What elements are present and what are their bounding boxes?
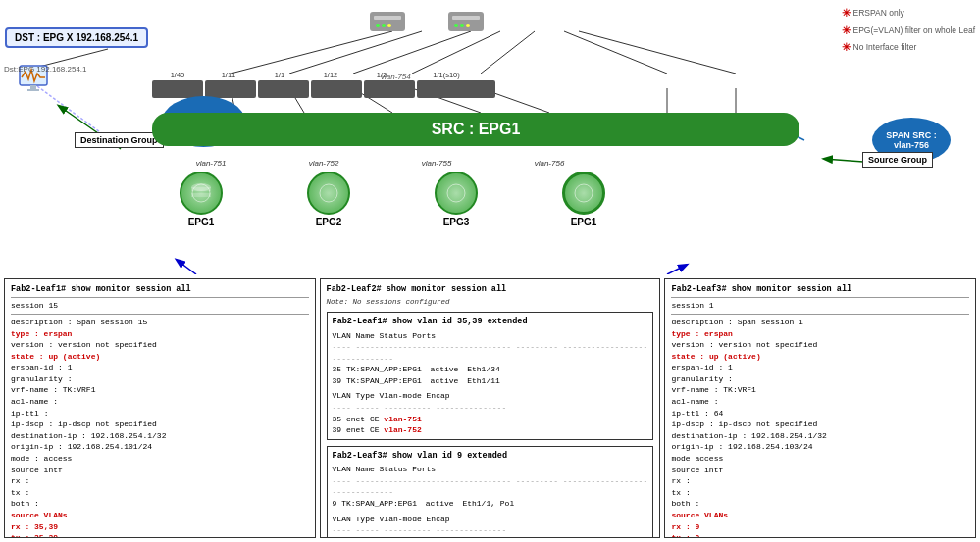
terminal-right: Fab2-Leaf3# show monitor session all ses… (664, 278, 976, 538)
sub-terminal-vlan-35-39: Fab2-Leaf1# show vlan id 35,39 extended … (327, 312, 654, 440)
legend-item-1: ✳ ERSPAN only (842, 5, 976, 23)
epg-item-1: EPG1 (167, 172, 235, 227)
epg-server-icon-1 (180, 172, 223, 215)
svg-line-3 (289, 31, 422, 74)
terminal-right-title: Fab2-Leaf3# show monitor session all (671, 283, 969, 295)
svg-line-18 (824, 159, 863, 162)
svg-rect-33 (448, 12, 484, 31)
svg-line-4 (353, 31, 471, 74)
terminal-middle-title: Fab2-Leaf2# show monitor session all (327, 283, 654, 295)
src-epg-band: SRC : EPG1 (152, 113, 799, 146)
svg-rect-34 (452, 16, 480, 20)
svg-line-6 (481, 31, 535, 74)
leaf-switch-3 (258, 80, 309, 98)
terminal-left-session: session 15 (11, 300, 309, 312)
svg-point-36 (460, 24, 464, 27)
svg-point-35 (454, 24, 458, 27)
leaf-label-3: 1/1 (254, 71, 305, 79)
epg-item-4: EPG1 (549, 172, 618, 227)
svg-point-43 (447, 184, 465, 202)
epg-label-4: EPG1 (571, 217, 597, 227)
terminal-left: Fab2-Leaf1# show monitor session all ses… (4, 278, 316, 538)
vlan-754-label: vlan-754 (381, 73, 411, 81)
svg-rect-27 (27, 89, 39, 91)
terminal-middle-note: Note: No sessions configured (327, 297, 654, 308)
terminal-right-session: session 1 (671, 300, 969, 312)
epg-label-2: EPG2 (316, 217, 342, 227)
vlan-label-4: vlan-756 (520, 159, 579, 168)
leaf-switch-5 (364, 80, 415, 98)
source-group-label: Source Group (862, 152, 933, 168)
leaf-label-1: 1/45 (152, 71, 203, 79)
epg-server-icon-4 (562, 172, 605, 215)
leaf-switch-4 (311, 80, 362, 98)
sub-title-bottom: Fab2-Leaf3# show vlan id 9 extended (333, 450, 648, 462)
svg-line-7 (564, 31, 667, 74)
destination-group-label: Destination Group (75, 132, 164, 148)
leaf-label-4: 1/12 (305, 71, 356, 79)
legend-item-2: ✳ EPG(=VLAN) filter on whole Leaf (842, 23, 976, 40)
svg-line-5 (412, 31, 500, 74)
svg-rect-40 (191, 193, 211, 197)
sub-terminal-vlan-9: Fab2-Leaf3# show vlan id 9 extended VLAN… (327, 446, 654, 538)
dest-ip-label: Dst:EPG 192.168.254.1 (4, 65, 87, 74)
epg-item-2: EPG2 (294, 172, 363, 227)
epg-label-1: EPG1 (188, 217, 215, 227)
leaf-label-6: 1/1(s10) (407, 71, 486, 79)
terminal-area: Fab2-Leaf1# show monitor session all ses… (0, 274, 980, 542)
switch-icon-1 (368, 8, 407, 35)
svg-point-42 (320, 184, 337, 202)
svg-rect-29 (374, 16, 401, 20)
vlan-label-2: vlan-752 (294, 159, 353, 168)
terminal-middle: Fab2-Leaf2# show monitor session all Not… (320, 278, 661, 538)
switch-icon-2 (446, 8, 486, 35)
leaf-switch-6 (417, 80, 495, 98)
svg-point-30 (376, 24, 380, 27)
sub-title-top: Fab2-Leaf1# show vlan id 35,39 extended (333, 316, 648, 327)
dst-epg-label: DST : EPG X 192.168.254.1 (15, 32, 138, 43)
table-header-top: VLAN Name Status Ports (333, 330, 648, 342)
leaf-labels-row: 1/45 1/11 1/1 1/12 1/2 1/1(s10) (152, 71, 486, 79)
svg-point-31 (382, 24, 386, 27)
legend-item-3: ✳ No Interface filter (842, 39, 976, 57)
svg-rect-28 (370, 12, 405, 31)
switch-row (368, 8, 486, 35)
leaf-switch-1 (152, 80, 203, 98)
svg-rect-26 (30, 85, 36, 89)
vlan-label-3: vlan-755 (407, 159, 466, 168)
vlan-labels-row: vlan-751 vlan-752 vlan-755 vlan-756 (181, 159, 579, 168)
epg-item-3: EPG3 (422, 172, 490, 227)
epg-label-3: EPG3 (443, 217, 470, 227)
src-epg-label: SRC : EPG1 (432, 121, 521, 138)
epg-server-icon-3 (435, 172, 478, 215)
vlan-label-1: vlan-751 (181, 159, 240, 168)
epg-row: EPG1 EPG2 EPG3 EPG1 (167, 172, 618, 227)
epg-server-icon-2 (307, 172, 350, 215)
svg-point-37 (466, 24, 470, 27)
svg-line-2 (231, 31, 392, 74)
dst-epg-box: DST : EPG X 192.168.254.1 (5, 27, 148, 48)
leaf-label-2: 1/11 (203, 71, 254, 79)
svg-line-21 (667, 265, 687, 274)
terminal-left-title: Fab2-Leaf1# show monitor session all (11, 283, 309, 295)
svg-line-8 (579, 31, 736, 74)
leaf-switch-2 (205, 80, 256, 98)
svg-point-32 (387, 24, 391, 27)
svg-line-20 (177, 260, 196, 274)
legend: ✳ ERSPAN only ✳ EPG(=VLAN) filter on who… (842, 5, 976, 57)
svg-point-44 (575, 184, 593, 202)
